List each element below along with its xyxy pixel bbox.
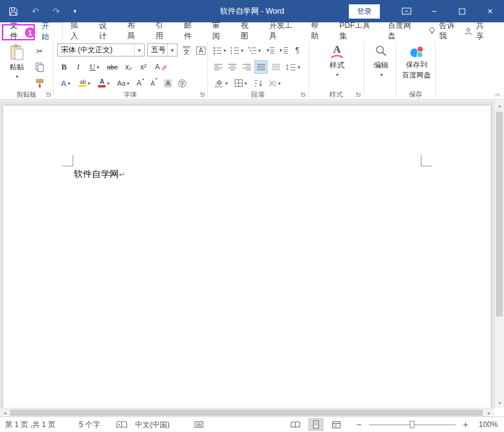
clipboard-dialog-launcher[interactable] bbox=[45, 91, 52, 97]
horizontal-scrollbar[interactable]: ◂ ▸ bbox=[0, 408, 494, 416]
copy-button[interactable] bbox=[31, 60, 48, 74]
decrease-indent-button[interactable] bbox=[264, 43, 276, 57]
font-name-combo[interactable]: 宋体 (中文正文) ▾ bbox=[57, 43, 145, 56]
asian-layout-button[interactable]: ▾ bbox=[266, 76, 282, 90]
document-page[interactable]: 软件自学网↵ bbox=[3, 106, 491, 408]
shrink-font-button[interactable]: A ▾ bbox=[148, 76, 160, 90]
character-shading-button[interactable]: A bbox=[161, 76, 174, 90]
align-left-button[interactable] bbox=[212, 60, 225, 74]
sort-button[interactable] bbox=[251, 76, 265, 90]
italic-button[interactable]: I bbox=[72, 60, 84, 74]
cut-button[interactable]: ✂ bbox=[31, 44, 48, 58]
bold-button[interactable]: B bbox=[57, 60, 71, 74]
horizontal-scrollbar-thumb[interactable] bbox=[10, 410, 483, 416]
tab-help[interactable]: 帮助 bbox=[304, 22, 332, 40]
styles-dialog-launcher[interactable] bbox=[354, 91, 361, 97]
page-number-status[interactable]: 第 1 页 ,共 1 页 bbox=[5, 420, 55, 430]
quick-access-toolbar: ↶ ↷ ▾ bbox=[0, 7, 76, 16]
justify-button[interactable] bbox=[254, 60, 268, 74]
undo-icon[interactable]: ↶ bbox=[32, 7, 39, 16]
format-painter-icon bbox=[35, 78, 45, 88]
input-mode-icon[interactable] bbox=[194, 421, 204, 428]
highlight-color-bar bbox=[79, 85, 86, 88]
borders-button[interactable]: ▾ bbox=[232, 76, 250, 90]
zoom-in-button[interactable]: + bbox=[461, 420, 470, 430]
close-button[interactable]: × bbox=[476, 0, 504, 22]
tab-insert[interactable]: 插入 bbox=[63, 22, 91, 40]
font-dialog-launcher[interactable] bbox=[199, 91, 205, 97]
ribbon-display-options-button[interactable] bbox=[392, 0, 420, 22]
share-button[interactable]: 共享 bbox=[464, 22, 504, 40]
zoom-slider-thumb[interactable] bbox=[410, 421, 415, 428]
zoom-slider[interactable] bbox=[369, 425, 456, 425]
format-painter-button[interactable] bbox=[31, 76, 48, 90]
language-status[interactable]: 中文(中国) bbox=[135, 420, 169, 430]
numbering-button[interactable]: ▾ bbox=[229, 43, 245, 57]
tab-mailings[interactable]: 邮件 bbox=[176, 22, 205, 40]
styles-button[interactable]: A 样式 ▾ bbox=[323, 42, 351, 89]
collapse-ribbon-button[interactable] bbox=[493, 90, 503, 99]
document-text-line[interactable]: 软件自学网↵ bbox=[74, 168, 125, 180]
tab-layout[interactable]: 布局 bbox=[120, 22, 148, 40]
vertical-scrollbar-thumb[interactable] bbox=[496, 112, 503, 317]
scroll-right-button[interactable]: ▸ bbox=[485, 408, 493, 417]
line-spacing-button[interactable]: ▾ bbox=[284, 60, 302, 74]
tell-me-button[interactable]: 告诉我 bbox=[422, 22, 464, 40]
paragraph-dialog-launcher[interactable] bbox=[299, 91, 306, 97]
increase-indent-button[interactable] bbox=[277, 43, 290, 57]
shading-button[interactable]: ▾ bbox=[212, 76, 230, 90]
minimize-button[interactable]: − bbox=[420, 0, 448, 22]
character-border-button[interactable]: A bbox=[194, 43, 207, 57]
redo-icon[interactable]: ↷ bbox=[53, 7, 60, 16]
subscript-button[interactable]: x₂ bbox=[122, 60, 135, 74]
tab-pdf-tools[interactable]: PDF工具集 bbox=[332, 22, 380, 40]
read-mode-button[interactable] bbox=[288, 418, 303, 431]
tab-baidu-netdisk[interactable]: 百度网盘 bbox=[380, 22, 422, 40]
group-divider bbox=[396, 42, 397, 97]
proofing-status-icon[interactable] bbox=[116, 421, 127, 429]
underline-button[interactable]: U ▾ bbox=[86, 60, 103, 74]
scroll-up-button[interactable]: ▴ bbox=[495, 102, 504, 109]
change-case-button[interactable]: Aa ▾ bbox=[114, 76, 132, 90]
save-to-baidu-netdisk-button[interactable]: 保存到 百度网盘 bbox=[398, 42, 434, 89]
distributed-button[interactable] bbox=[269, 60, 282, 74]
document-area[interactable]: 软件自学网↵ bbox=[0, 101, 494, 408]
word-count-status[interactable]: 5 个字 bbox=[79, 420, 100, 430]
text-highlight-button[interactable]: ab ▾ bbox=[76, 76, 94, 90]
chevron-down-icon[interactable]: ▾ bbox=[167, 44, 177, 56]
tab-home[interactable]: 开始 bbox=[34, 22, 63, 40]
phonetic-guide-button[interactable]: wén文 bbox=[180, 43, 193, 57]
scroll-down-button[interactable]: ▾ bbox=[495, 399, 504, 407]
zoom-out-button[interactable]: − bbox=[354, 420, 363, 430]
tab-design[interactable]: 设计 bbox=[91, 22, 120, 40]
show-hide-marks-button[interactable]: ¶ bbox=[291, 43, 304, 57]
save-icon[interactable] bbox=[9, 7, 18, 16]
grow-font-button[interactable]: A ▴ bbox=[134, 76, 146, 90]
align-center-button[interactable] bbox=[226, 60, 239, 74]
tab-view[interactable]: 视图 bbox=[233, 22, 262, 40]
strikethrough-button[interactable]: abc bbox=[104, 60, 120, 74]
maximize-button[interactable] bbox=[448, 0, 476, 22]
font-size-combo[interactable]: 五号 ▾ bbox=[147, 43, 178, 56]
font-color-button[interactable]: A ▾ bbox=[96, 76, 112, 90]
print-layout-button[interactable] bbox=[308, 418, 323, 431]
paste-button[interactable]: 粘贴 ▾ bbox=[4, 42, 30, 89]
editing-button[interactable]: 编辑 ▾ bbox=[367, 42, 395, 89]
web-layout-button[interactable] bbox=[329, 418, 344, 431]
zoom-level[interactable]: 100% bbox=[475, 420, 498, 429]
text-effects-button[interactable]: A ▾ bbox=[57, 76, 74, 90]
clear-formatting-button[interactable]: A bbox=[153, 60, 169, 74]
superscript-button[interactable]: x² bbox=[137, 60, 150, 74]
vertical-scrollbar[interactable]: ▴ ▾ bbox=[494, 101, 504, 408]
tab-references[interactable]: 引用 bbox=[148, 22, 177, 40]
align-right-button[interactable] bbox=[240, 60, 253, 74]
customize-qat-icon[interactable]: ▾ bbox=[73, 9, 76, 14]
scroll-left-button[interactable]: ◂ bbox=[1, 408, 9, 417]
sign-in-button[interactable]: 登录 bbox=[349, 4, 380, 19]
enclose-characters-button[interactable]: 字 bbox=[176, 76, 189, 90]
chevron-down-icon[interactable]: ▾ bbox=[134, 44, 144, 56]
tab-developer[interactable]: 开发工具 bbox=[261, 22, 303, 40]
bullets-button[interactable]: ▾ bbox=[212, 43, 227, 57]
multilevel-list-button[interactable]: ▾ bbox=[246, 43, 262, 57]
tab-review[interactable]: 审阅 bbox=[205, 22, 233, 40]
